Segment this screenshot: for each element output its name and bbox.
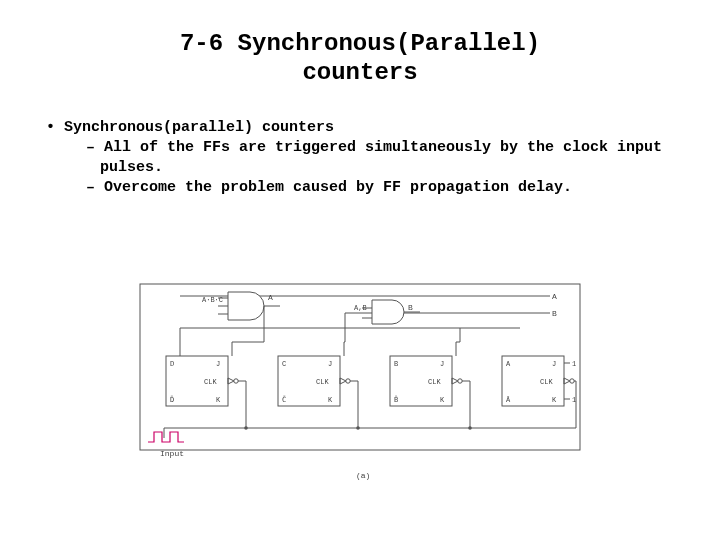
circuit-svg: .w { stroke:#555; stroke-width:1; fill:n… xyxy=(120,278,600,488)
svg-text:C: C xyxy=(282,360,286,368)
svg-point-42 xyxy=(570,379,574,383)
svg-text:CLK: CLK xyxy=(316,378,329,386)
title-line-2: counters xyxy=(302,59,417,86)
svg-text:J: J xyxy=(216,360,220,368)
label-a: A xyxy=(552,292,557,301)
svg-text:CLK: CLK xyxy=(204,378,217,386)
svg-text:B: B xyxy=(408,303,413,312)
svg-text:J: J xyxy=(552,360,556,368)
label-b: B xyxy=(552,309,557,318)
svg-point-66 xyxy=(356,426,360,430)
svg-text:CLK: CLK xyxy=(428,378,441,386)
svg-text:J: J xyxy=(440,360,444,368)
svg-text:1: 1 xyxy=(572,360,576,368)
svg-text:A·B·C: A·B·C xyxy=(202,296,223,304)
bullet-list: Synchronous(parallel) counters All of th… xyxy=(40,118,680,199)
svg-text:J: J xyxy=(328,360,332,368)
bullet-main: Synchronous(parallel) counters xyxy=(46,118,680,138)
flipflop-b: B B̄ J K CLK xyxy=(390,356,462,406)
slide: 7-6 Synchronous(Parallel) counters Synch… xyxy=(0,0,720,540)
slide-title: 7-6 Synchronous(Parallel) counters xyxy=(40,30,680,88)
bullet-sub-2: Overcome the problem caused by FF propag… xyxy=(86,178,680,198)
input-label: Input xyxy=(160,449,184,458)
svg-text:B: B xyxy=(394,360,398,368)
figure-sub-label: (a) xyxy=(356,471,370,480)
svg-text:CLK: CLK xyxy=(540,378,553,386)
svg-text:D̄: D̄ xyxy=(170,395,174,404)
title-line-1: 7-6 Synchronous(Parallel) xyxy=(180,30,540,57)
svg-point-18 xyxy=(234,379,238,383)
svg-text:B̄: B̄ xyxy=(394,395,398,404)
svg-point-65 xyxy=(244,426,248,430)
circuit-diagram: .w { stroke:#555; stroke-width:1; fill:n… xyxy=(120,278,600,488)
svg-point-26 xyxy=(346,379,350,383)
svg-text:A: A xyxy=(268,293,273,302)
svg-point-67 xyxy=(468,426,472,430)
svg-text:C̄: C̄ xyxy=(282,395,286,404)
flipflop-d: D D̄ J K CLK xyxy=(166,356,238,406)
svg-text:D: D xyxy=(170,360,174,368)
flipflop-c: C C̄ J K CLK xyxy=(278,356,350,406)
bullet-sub-1: All of the FFs are triggered simultaneou… xyxy=(86,138,680,179)
svg-point-34 xyxy=(458,379,462,383)
